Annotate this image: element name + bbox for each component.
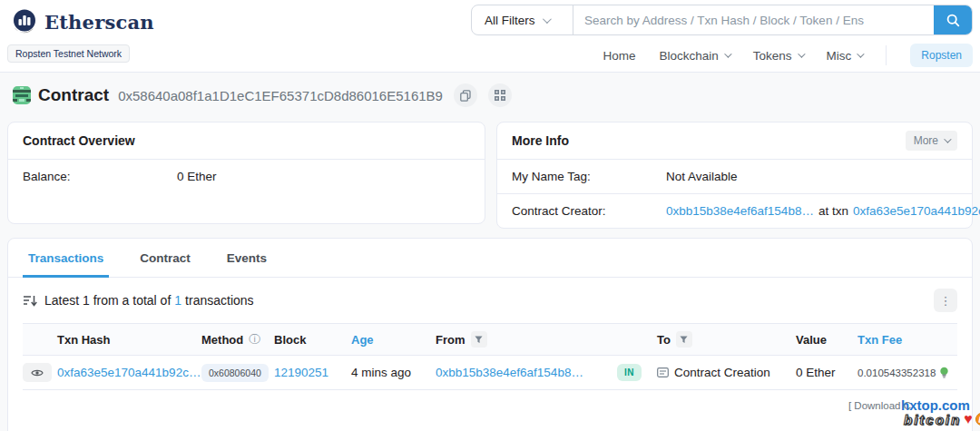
column-header-txn-fee[interactable]: Txn Fee	[858, 333, 957, 347]
network-switch-button[interactable]: Ropsten	[910, 44, 973, 67]
copy-icon	[460, 90, 471, 102]
balance-value: 0 Ether	[177, 170, 217, 183]
tab-bar: Transactions Contract Events	[8, 239, 972, 278]
sort-descending-icon	[23, 295, 37, 307]
more-dropdown-button[interactable]: More	[906, 131, 957, 151]
transactions-summary-row: Latest 1 from a total of 1 transactions …	[8, 278, 972, 323]
creator-txn-link[interactable]: 0xfa63e5e170a441b92c…	[853, 204, 980, 218]
creator-connector-text: at txn	[818, 204, 848, 218]
search-input[interactable]	[573, 5, 934, 34]
column-header-from: From	[436, 331, 617, 348]
contract-doc-icon	[657, 367, 669, 377]
more-info-header: More Info More	[497, 122, 972, 160]
search-filter-select[interactable]: All Filters	[472, 5, 573, 34]
nav-item-tokens[interactable]: Tokens	[753, 49, 803, 63]
site-header: Etherscan Ropsten Testnet Network All Fi…	[0, 0, 980, 73]
chevron-down-icon	[944, 135, 951, 142]
txn-hash-link[interactable]: 0xfa63e5e170a441b92c…	[57, 366, 201, 379]
tab-events[interactable]: Events	[221, 251, 272, 277]
etherscan-logo-icon	[11, 8, 38, 35]
column-header-block: Block	[274, 333, 351, 347]
watermark-bitcoin-text: bitcoin	[904, 412, 961, 427]
funnel-icon	[475, 336, 483, 344]
search-icon	[946, 14, 960, 27]
card-title: More Info	[512, 133, 569, 148]
tab-transactions[interactable]: Transactions	[23, 251, 109, 278]
txn-fee-cell: 0.010543352318	[858, 367, 957, 379]
contract-overview-card: Contract Overview Balance: 0 Ether	[7, 122, 485, 224]
name-tag-label: My Name Tag:	[512, 170, 666, 183]
transaction-row: 0xfa63e5e170a441b92c… 0x60806040 1219025…	[23, 356, 957, 390]
gas-bulb-icon	[939, 367, 949, 379]
transactions-summary-text: Latest 1 from a total of 1 transactions	[44, 293, 254, 308]
qr-code-icon	[495, 90, 505, 101]
name-tag-row: My Name Tag: Not Available	[497, 160, 972, 193]
tab-contract[interactable]: Contract	[134, 251, 196, 277]
block-link[interactable]: 12190251	[274, 366, 328, 379]
column-header-txn-hash: Txn Hash	[54, 333, 201, 347]
heart-icon: ♥	[964, 411, 973, 427]
chevron-down-icon	[798, 50, 805, 57]
info-icon[interactable]: ⓘ	[249, 332, 260, 348]
balance-label: Balance:	[23, 170, 177, 183]
watermark-caption: bitcoin ♥ B	[904, 411, 980, 427]
page-title: Contract	[38, 85, 109, 105]
more-info-card: More Info More My Name Tag: Not Availabl…	[496, 122, 973, 229]
main-nav: Home Blockchain Tokens Misc Ropsten	[603, 44, 973, 67]
transaction-count-link[interactable]: 1	[174, 293, 181, 308]
card-title: Contract Overview	[23, 133, 135, 148]
column-header-to: To	[657, 331, 796, 348]
chevron-down-icon	[857, 50, 864, 57]
etherscan-contract-page: Etherscan Ropsten Testnet Network All Fi…	[0, 0, 980, 431]
to-cell: Contract Creation	[657, 366, 796, 379]
contract-identicon	[13, 86, 31, 104]
from-filter-button[interactable]	[471, 331, 487, 348]
to-label: Contract Creation	[674, 366, 770, 379]
nav-item-blockchain[interactable]: Blockchain	[659, 49, 729, 63]
table-options-button[interactable]: ⋮	[934, 289, 957, 312]
logo-text: Etherscan	[44, 11, 154, 34]
search-button[interactable]	[934, 5, 972, 34]
age-cell: 4 mins ago	[351, 366, 436, 379]
chevron-down-icon	[724, 50, 731, 57]
column-header-method: Method ⓘ	[201, 332, 274, 348]
tx-preview-button[interactable]	[23, 363, 52, 382]
balance-row: Balance: 0 Ether	[8, 160, 485, 193]
contract-creator-row: Contract Creator: 0xbb15b38e4ef6af154b8……	[497, 193, 972, 228]
etherscan-logo[interactable]: Etherscan	[11, 8, 154, 35]
value-cell: 0 Ether	[796, 366, 858, 379]
contract-creator-label: Contract Creator:	[512, 204, 666, 218]
funnel-icon	[680, 336, 688, 344]
nav-divider	[886, 45, 887, 65]
chevron-down-icon	[542, 15, 551, 24]
search-bar: All Filters	[471, 5, 973, 35]
nav-item-misc[interactable]: Misc	[827, 49, 863, 63]
method-badge[interactable]: 0x60806040	[201, 364, 269, 382]
transactions-table-header: Txn Hash Method ⓘ Block Age From To	[23, 323, 957, 356]
bitcoin-coin-icon: B	[974, 412, 980, 427]
copy-address-button[interactable]	[454, 83, 477, 107]
contract-address: 0x58640a08f1a1D1eC1EF65371cD8d86016E5161…	[118, 88, 443, 103]
creator-address-link[interactable]: 0xbb15b38e4ef6af154b8…	[666, 204, 814, 218]
direction-in-badge: IN	[617, 364, 642, 381]
transactions-card: Transactions Contract Events Latest 1 fr…	[7, 238, 973, 431]
column-header-age[interactable]: Age	[351, 333, 436, 347]
from-address-link[interactable]: 0xbb15b38e4ef6af154b8…	[436, 366, 583, 379]
network-badge: Ropsten Testnet Network	[7, 44, 130, 63]
contract-overview-header: Contract Overview	[8, 122, 485, 160]
column-header-value: Value	[796, 333, 858, 347]
search-filter-label: All Filters	[485, 14, 535, 27]
qr-code-button[interactable]	[488, 83, 512, 107]
contract-title-row: Contract 0x58640a08f1a1D1eC1EF65371cD8d8…	[13, 83, 512, 107]
nav-item-home[interactable]: Home	[603, 49, 635, 63]
to-filter-button[interactable]	[676, 331, 692, 348]
name-tag-value: Not Available	[666, 170, 738, 183]
eye-icon	[31, 368, 44, 377]
